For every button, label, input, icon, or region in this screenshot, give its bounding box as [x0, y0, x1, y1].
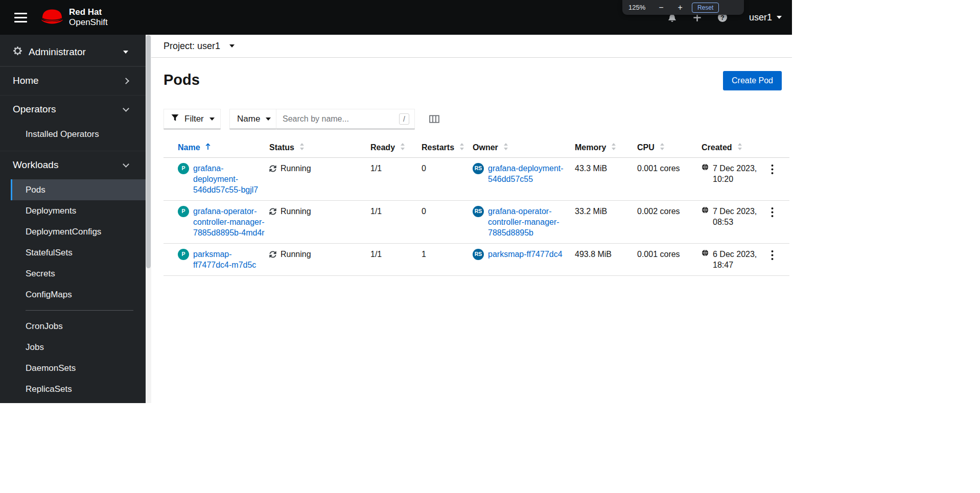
sidebar-item-installed-operators[interactable]: Installed Operators: [0, 124, 146, 145]
nav-toggle-button[interactable]: [11, 10, 30, 26]
search-input[interactable]: [283, 114, 395, 124]
sort-icon: [400, 143, 405, 152]
search-group: Name /: [229, 109, 415, 129]
brand-line2: OpenShift: [69, 17, 108, 28]
table-row: Pgrafana-deployment-546dd57c55-bgjl7Runn…: [164, 157, 789, 200]
sidebar-item-replicasets[interactable]: ReplicaSets: [0, 379, 146, 400]
column-header-ready[interactable]: Ready: [370, 138, 422, 157]
sort-ascending-icon: [205, 143, 211, 152]
cpu-cell: 0.002 cores: [637, 200, 702, 243]
column-label: Created: [702, 143, 732, 152]
sidebar-scrollbar-thumb[interactable]: [146, 35, 151, 268]
status-text: Running: [281, 163, 311, 174]
main-content: Project: user1 Pods Create Pod Filter Na…: [151, 35, 792, 403]
table-row: Pparksmap-ff7477dc4-m7d5cRunning1/11RSpa…: [164, 243, 789, 275]
chevron-down-icon: [266, 118, 271, 121]
pod-link[interactable]: grafana-operator-controller-manager-7885…: [193, 206, 266, 238]
sidebar-item-statefulsets[interactable]: StatefulSets: [0, 242, 146, 263]
owner-link[interactable]: parksmap-ff7477dc4: [488, 249, 567, 260]
pod-badge-icon: P: [178, 249, 189, 260]
column-header-cpu[interactable]: CPU: [637, 138, 702, 157]
owner-link[interactable]: grafana-operator-controller-manager-7885…: [488, 206, 567, 238]
user-name: user1: [749, 12, 772, 23]
owner-cell: RSgrafana-deployment-546dd57c55: [473, 157, 575, 200]
nav-section-operators[interactable]: Operators: [0, 95, 146, 124]
sidebar-scrollbar-track[interactable]: [146, 35, 151, 403]
zoom-out-button[interactable]: −: [658, 4, 664, 12]
sidebar-item-deployments[interactable]: Deployments: [0, 200, 146, 221]
chevron-down-icon: [229, 44, 235, 48]
sidebar-nav: HomeOperatorsInstalled OperatorsWorkload…: [0, 66, 146, 403]
project-selector[interactable]: Project: user1: [164, 41, 235, 52]
kebab-menu-button[interactable]: [766, 163, 779, 177]
actions-cell: [763, 200, 789, 243]
redhat-hat-icon: [40, 8, 64, 27]
sidebar-item-cronjobs[interactable]: CronJobs: [0, 316, 146, 337]
nav-subsection-operators: Installed Operators: [0, 124, 146, 151]
filter-icon: [171, 114, 179, 124]
nav-section-workloads[interactable]: Workloads: [0, 151, 146, 179]
chevron-down-icon: [777, 16, 782, 19]
create-pod-button[interactable]: Create Pod: [723, 71, 782, 90]
sort-icon: [503, 143, 508, 152]
perspective-switcher[interactable]: Administrator: [0, 38, 146, 66]
perspective-label: Administrator: [29, 46, 86, 58]
hamburger-icon: [14, 13, 27, 14]
filter-dropdown[interactable]: Filter: [164, 109, 221, 129]
nav-section-label: Operators: [13, 104, 56, 115]
status-cell: Running: [269, 243, 370, 275]
chevron-down-icon: [209, 118, 215, 121]
sort-icon: [459, 143, 464, 152]
table-header-row: NameStatusReadyRestartsOwnerMemoryCPUCre…: [164, 138, 789, 157]
replicaset-badge-icon: RS: [473, 163, 484, 174]
column-header-status[interactable]: Status: [269, 138, 370, 157]
attribute-label: Name: [237, 114, 260, 124]
column-header-created[interactable]: Created: [702, 138, 763, 157]
openshift-logo: Red Hat OpenShift: [40, 7, 108, 28]
browser-viewport: Red Hat OpenShift ? user1 125% − + Reset…: [0, 0, 792, 403]
column-header-owner[interactable]: Owner: [473, 138, 575, 157]
column-header-name[interactable]: Name: [164, 138, 269, 157]
search-attribute-dropdown[interactable]: Name: [229, 109, 276, 129]
zoom-in-button[interactable]: +: [677, 4, 684, 12]
column-header-memory[interactable]: Memory: [575, 138, 637, 157]
sidebar-item-configmaps[interactable]: ConfigMaps: [0, 284, 146, 305]
pod-badge-icon: P: [178, 206, 189, 217]
zoom-reset-button[interactable]: Reset: [692, 3, 719, 13]
nav-subsection-workloads: PodsDeploymentsDeploymentConfigsStateful…: [0, 179, 146, 403]
sync-running-icon: [269, 165, 276, 172]
actions-cell: [763, 157, 789, 200]
globe-timestamp-icon: [702, 206, 709, 214]
ready-cell: 1/1: [370, 157, 422, 200]
pod-link[interactable]: grafana-deployment-546dd57c55-bgjl7: [193, 163, 266, 195]
table-body: Pgrafana-deployment-546dd57c55-bgjl7Runn…: [164, 157, 789, 275]
cpu-cell: 0.001 cores: [637, 157, 702, 200]
owner-cell: RSparksmap-ff7477dc4: [473, 243, 575, 275]
sidebar-item-pods[interactable]: Pods: [11, 179, 146, 200]
column-label: Name: [178, 143, 200, 152]
nav-section-label: Workloads: [13, 159, 58, 171]
sidebar-item-deploymentconfigs[interactable]: DeploymentConfigs: [0, 221, 146, 242]
project-bar: Project: user1: [151, 35, 792, 58]
column-header-actions: [763, 138, 789, 157]
sidebar-item-jobs[interactable]: Jobs: [0, 337, 146, 358]
kebab-menu-button[interactable]: [766, 249, 779, 263]
pod-link[interactable]: parksmap-ff7477dc4-m7d5c: [193, 249, 266, 270]
nav-divider: [26, 310, 133, 311]
sort-icon: [611, 143, 616, 152]
owner-link[interactable]: grafana-deployment-546dd57c55: [488, 163, 567, 184]
user-menu[interactable]: user1: [749, 12, 782, 23]
column-management-button[interactable]: [427, 113, 441, 125]
sidebar-item-replicationcontrollers[interactable]: ReplicationControllers: [0, 400, 146, 403]
chevron-down-icon: [123, 51, 128, 54]
nav-section-home[interactable]: Home: [0, 66, 146, 95]
sidebar-item-secrets[interactable]: Secrets: [0, 263, 146, 284]
kebab-menu-button[interactable]: [766, 206, 779, 220]
chevron-down-icon: [123, 105, 129, 112]
globe-timestamp-icon: [702, 163, 709, 171]
column-header-restarts[interactable]: Restarts: [422, 138, 473, 157]
sidebar-item-daemonsets[interactable]: DaemonSets: [0, 358, 146, 379]
project-label: Project: user1: [164, 41, 220, 52]
ready-cell: 1/1: [370, 243, 422, 275]
pod-name-cell: Pparksmap-ff7477dc4-m7d5c: [164, 243, 269, 275]
